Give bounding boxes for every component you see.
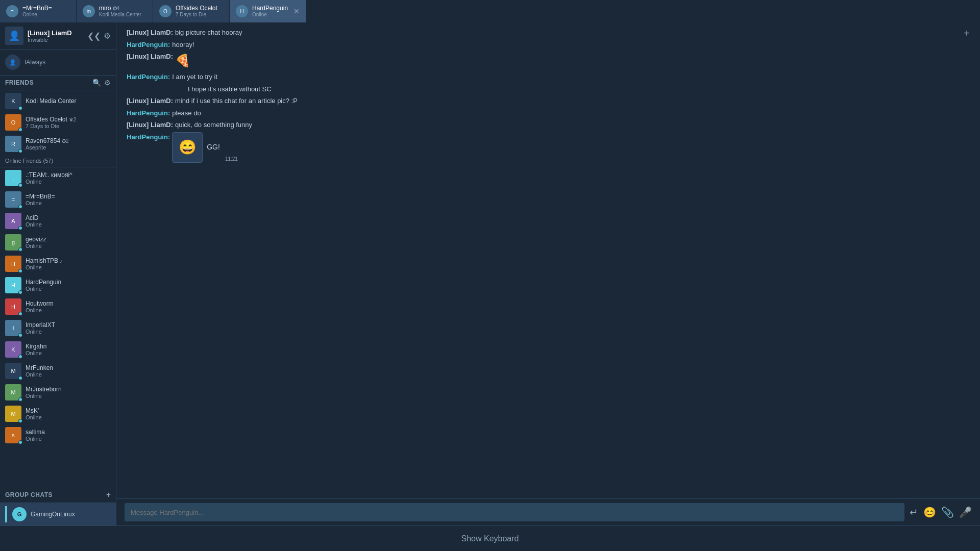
online-friend-item[interactable]: = =Mr=BnB= Online — [0, 189, 116, 210]
online-friend-item[interactable]: I ImperialXT Online — [0, 317, 116, 339]
chat-input[interactable] — [125, 503, 904, 521]
friend-info: Offsides Ocelot♛2 7 Days to Die — [26, 116, 76, 129]
tab-close-hardpenguin[interactable]: ✕ — [293, 7, 300, 15]
status-dot — [18, 183, 22, 187]
online-friend-item[interactable]: M MsK' Online — [0, 403, 116, 424]
friends-header: FRIENDS 🔍 ⚙ — [0, 76, 116, 90]
notification-user[interactable]: 👤 IAlways — [5, 53, 111, 72]
friend-status: Online — [26, 350, 46, 356]
friend-status: Online — [26, 200, 55, 206]
friend-avatar: g — [5, 234, 21, 251]
friend-avatar: O — [5, 114, 21, 131]
tab-info-mr-bnb: =Mr=BnB= Online — [22, 5, 52, 18]
recent-friends: K Kodi Media Center O Offsides Ocelot♛2 … — [0, 90, 116, 155]
friend-info: geovizz Online — [26, 236, 46, 249]
emoji-icon[interactable]: 😊 — [923, 506, 936, 518]
online-friend-item[interactable]: H HardPenguin Online — [0, 274, 116, 296]
friend-avatar: A — [5, 213, 21, 229]
status-dot — [18, 247, 22, 252]
friend-avatar: . — [5, 170, 21, 186]
friends-label: FRIENDS — [5, 79, 89, 86]
online-friend-item[interactable]: H Houtworm Online — [0, 296, 116, 317]
friend-status: Online — [26, 436, 45, 442]
tab-miro[interactable]: m miro ✪4 Kodi Media Center — [77, 0, 153, 22]
online-friend-item[interactable]: K Kirgahn Online — [0, 339, 116, 360]
keyboard-bar[interactable]: Show Keyboard — [0, 525, 980, 551]
group-name: GamingOnLinux — [31, 511, 75, 518]
recent-friend-item[interactable]: K Kodi Media Center — [0, 90, 116, 112]
friend-info: MrFunken Online — [26, 364, 53, 378]
online-friend-item[interactable]: A AciD Online — [0, 210, 116, 232]
group-chats-header: GROUP CHATS + — [0, 487, 116, 503]
friend-name: Raven67854✪2 — [26, 137, 69, 144]
add-group-chat-button[interactable]: + — [106, 490, 111, 499]
friend-avatar: M — [5, 406, 21, 422]
tab-sub-mr-bnb: Online — [22, 12, 52, 18]
settings-icon[interactable]: ⚙ — [104, 31, 111, 41]
active-indicator — [5, 506, 7, 522]
friend-status: Online — [26, 243, 46, 249]
friend-avatar: M — [5, 384, 21, 400]
current-user-status: Invisible — [28, 37, 83, 43]
search-friends-icon[interactable]: 🔍 — [92, 79, 101, 87]
friend-status: Online — [26, 264, 62, 270]
online-friend-item[interactable]: H HamishTPB♪ Online — [0, 253, 116, 274]
friend-info: ImperialXT Online — [26, 321, 55, 335]
friend-name: HamishTPB♪ — [26, 257, 62, 264]
msg-sticker: 😄 — [172, 132, 203, 163]
friend-info: HardPenguin Online — [26, 279, 61, 292]
recent-friend-item[interactable]: O Offsides Ocelot♛2 7 Days to Die — [0, 112, 116, 133]
friend-info: Houtworm Online — [26, 300, 54, 313]
online-friend-item[interactable]: s saltima Online — [0, 424, 116, 446]
message-line: HardPenguin: hooray! — [127, 40, 970, 50]
tab-info-miro: miro ✪4 Kodi Media Center — [99, 5, 141, 18]
group-chat-item[interactable]: G GamingOnLinux — [0, 503, 116, 525]
tab-mr-bnb[interactable]: = =Mr=BnB= Online — [0, 0, 77, 22]
msg-text: I hope it's usable without SC — [188, 84, 272, 94]
friend-status: Online — [26, 393, 62, 399]
current-user-name: [Linux] LiamD — [28, 29, 83, 37]
tab-name-miro: miro ✪4 — [99, 5, 141, 12]
friend-status: Online — [26, 329, 55, 335]
friend-info: MsK' Online — [26, 407, 42, 420]
online-friend-item[interactable]: . .:TEAM:. кимояі^ Online — [0, 167, 116, 189]
collapse-icon[interactable]: ❮❮ — [87, 31, 101, 41]
tab-hardpenguin[interactable]: H HardPenguin Online ✕ — [230, 0, 306, 22]
friend-status: Online — [26, 307, 54, 313]
add-friend-icon[interactable]: ⚙ — [104, 79, 111, 87]
online-friend-item[interactable]: M MrJustreborn Online — [0, 382, 116, 403]
friend-avatar: I — [5, 320, 21, 336]
tab-bar: = =Mr=BnB= Online m miro ✪4 Kodi Media C… — [0, 0, 980, 22]
online-friend-item[interactable]: g geovizz Online — [0, 232, 116, 253]
status-dot — [18, 312, 22, 316]
msg-sender: HardPenguin: — [127, 108, 170, 118]
friend-info: .:TEAM:. кимояі^ Online — [26, 171, 72, 185]
tab-avatar-mr-bnb: = — [6, 5, 18, 17]
msg-text: please do — [172, 108, 201, 118]
tab-avatar-offsides: O — [159, 5, 172, 17]
friend-name: MrJustreborn — [26, 386, 62, 393]
attach-icon[interactable]: 📎 — [941, 506, 954, 518]
recent-friend-item[interactable]: R Raven67854✪2 Aseprite — [0, 133, 116, 155]
online-friend-item[interactable]: M MrFunken Online — [0, 360, 116, 382]
voice-icon[interactable]: 🎤 — [959, 506, 972, 518]
message-line: I hope it's usable without SC — [127, 84, 970, 94]
status-dot — [18, 376, 22, 380]
notif-avatar: 👤 — [5, 55, 20, 70]
tab-offsides[interactable]: O Offsides Ocelot 7 Days to Die — [153, 0, 230, 22]
msg-timestamp: 11:21 — [225, 155, 238, 163]
add-to-chat-button[interactable]: + — [964, 28, 970, 39]
status-dot — [18, 440, 22, 444]
status-dot — [18, 205, 22, 209]
status-dot — [18, 419, 22, 423]
msg-sender: [Linux] LiamD: — [127, 96, 173, 106]
send-icon[interactable]: ↵ — [910, 506, 918, 518]
msg-sender: [Linux] LiamD: — [127, 120, 173, 130]
chat-area: + [Linux] LiamD: big picture chat hooray… — [116, 22, 980, 525]
main-layout: 👤 [Linux] LiamD Invisible ❮❮ ⚙ 👤 IAlways… — [0, 22, 980, 525]
message-line: HardPenguin: I am yet to try it — [127, 72, 970, 82]
msg-text: quick, do something funny — [175, 120, 252, 130]
message-line: [Linux] LiamD: 🍕 — [127, 52, 970, 70]
status-dot — [18, 149, 22, 153]
status-dot — [18, 333, 22, 337]
